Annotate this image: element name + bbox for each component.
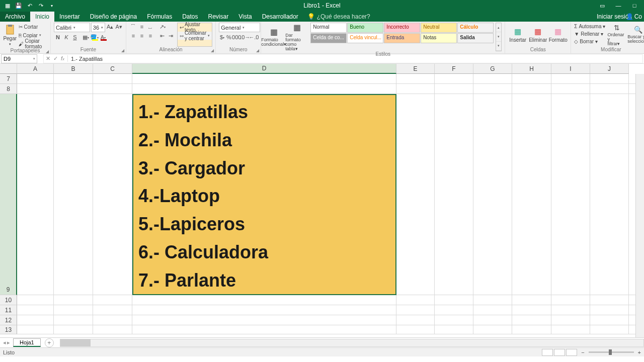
cell[interactable] bbox=[551, 315, 590, 325]
cell[interactable] bbox=[17, 94, 54, 295]
decrease-decimal-button[interactable]: ←.0 bbox=[250, 33, 258, 41]
tab-revisar[interactable]: Revisar bbox=[203, 12, 234, 22]
formula-bar-input[interactable]: 1.- Zapatillas bbox=[71, 56, 103, 62]
page-layout-view-button[interactable] bbox=[554, 349, 565, 356]
italic-button[interactable]: K bbox=[62, 33, 70, 41]
horizontal-scrollbar[interactable] bbox=[60, 339, 644, 347]
cell[interactable] bbox=[473, 295, 512, 305]
cell-d9[interactable]: 1.- Zapatillas 2.- Mochila 3.- Cargador … bbox=[132, 94, 396, 295]
cell[interactable] bbox=[512, 94, 551, 295]
cell[interactable] bbox=[17, 295, 54, 305]
column-header[interactable]: J bbox=[590, 64, 629, 74]
sort-filter-button[interactable]: ⇅Ordenar yfiltrar▾ bbox=[607, 23, 626, 47]
clear-button[interactable]: ◇Borrar▾ bbox=[574, 38, 605, 45]
select-all-button[interactable] bbox=[0, 64, 17, 74]
cell[interactable] bbox=[473, 315, 512, 325]
cell[interactable] bbox=[473, 305, 512, 315]
cell[interactable] bbox=[473, 325, 512, 334]
sheet-tab[interactable]: Hoja1 bbox=[13, 338, 41, 347]
underline-button[interactable]: S bbox=[71, 33, 79, 41]
cell[interactable] bbox=[435, 305, 473, 315]
row-header[interactable]: 10 bbox=[0, 295, 17, 305]
dialog-launcher-icon[interactable]: ◢ bbox=[46, 49, 49, 54]
cell[interactable] bbox=[396, 325, 435, 334]
format-cells-button[interactable]: ▦Formato bbox=[548, 23, 568, 47]
cell[interactable] bbox=[512, 325, 551, 334]
column-header[interactable]: F bbox=[435, 64, 473, 74]
align-right-button[interactable]: ≡ bbox=[146, 32, 154, 40]
tab-inicio[interactable]: Inicio bbox=[30, 12, 54, 22]
tell-me-search[interactable]: 💡 ¿Qué desea hacer? bbox=[303, 12, 374, 22]
align-middle-button[interactable]: ≡ bbox=[138, 23, 146, 31]
cell[interactable] bbox=[551, 295, 590, 305]
merge-center-button[interactable]: ⇿Combinar y centrar▾ bbox=[178, 32, 212, 40]
cell[interactable] bbox=[512, 295, 551, 305]
cell[interactable] bbox=[590, 94, 629, 295]
cell[interactable] bbox=[396, 315, 435, 325]
share-button[interactable]: 👤Co bbox=[626, 12, 642, 22]
conditional-format-button[interactable]: ▦ Formatocondicional▾ bbox=[264, 23, 283, 51]
cell[interactable] bbox=[17, 325, 54, 334]
cell-styles-gallery[interactable]: Normal Bueno Incorrecto Neutral Cálculo … bbox=[310, 23, 494, 51]
cell[interactable] bbox=[590, 325, 629, 334]
cell[interactable] bbox=[54, 305, 93, 315]
cell[interactable] bbox=[590, 295, 629, 305]
align-bottom-button[interactable]: ⎵ bbox=[146, 23, 154, 31]
style-notas[interactable]: Notas bbox=[421, 33, 457, 43]
decrease-indent-button[interactable]: ⇤ bbox=[158, 32, 167, 40]
cell[interactable] bbox=[396, 74, 435, 84]
sheet-nav-prev-icon[interactable]: ◂ bbox=[3, 339, 6, 346]
currency-button[interactable]: $▾ bbox=[219, 33, 225, 41]
increase-indent-button[interactable]: ⇥ bbox=[167, 32, 175, 40]
cell[interactable] bbox=[396, 84, 435, 94]
font-size-select[interactable]: 36▾ bbox=[91, 23, 105, 32]
undo-icon[interactable]: ↶ bbox=[26, 2, 33, 9]
cell[interactable] bbox=[93, 325, 132, 334]
cell[interactable] bbox=[54, 84, 93, 94]
cell[interactable] bbox=[396, 305, 435, 315]
ribbon-options-icon[interactable]: ▭ bbox=[595, 1, 610, 11]
format-as-table-button[interactable]: ▦ Dar formatocomo tabla▾ bbox=[285, 23, 308, 51]
cell[interactable] bbox=[93, 84, 132, 94]
cell[interactable] bbox=[17, 84, 54, 94]
style-salida[interactable]: Salida bbox=[457, 33, 494, 43]
zoom-in-button[interactable]: + bbox=[638, 349, 641, 355]
cut-button[interactable]: ✂Cortar bbox=[19, 23, 47, 31]
cell[interactable] bbox=[132, 305, 396, 315]
cell[interactable] bbox=[435, 315, 473, 325]
column-header[interactable]: D bbox=[132, 64, 396, 74]
delete-cells-button[interactable]: ▦Eliminar bbox=[528, 23, 547, 47]
cell[interactable] bbox=[590, 305, 629, 315]
cell[interactable] bbox=[396, 295, 435, 305]
add-sheet-button[interactable]: + bbox=[45, 338, 54, 347]
cell[interactable] bbox=[93, 315, 132, 325]
dialog-launcher-icon[interactable]: ◢ bbox=[211, 48, 214, 53]
cell[interactable] bbox=[17, 305, 54, 315]
insert-cells-button[interactable]: ▦Insertar bbox=[508, 23, 527, 47]
font-color-button[interactable]: A▾ bbox=[99, 33, 107, 41]
autosum-button[interactable]: ΣAutosuma▾ bbox=[574, 23, 605, 30]
decrease-font-button[interactable]: A▾ bbox=[115, 23, 123, 31]
fill-button[interactable]: ▼Rellenar▾ bbox=[574, 30, 605, 38]
cell[interactable] bbox=[473, 74, 512, 84]
sheet-nav-next-icon[interactable]: ▸ bbox=[7, 339, 10, 346]
tab-formulas[interactable]: Fórmulas bbox=[142, 12, 177, 22]
cell[interactable] bbox=[551, 74, 590, 84]
cell[interactable] bbox=[54, 94, 93, 295]
cell[interactable] bbox=[435, 325, 473, 334]
gallery-scroll[interactable]: ▴▾▾ bbox=[496, 23, 502, 51]
cell[interactable] bbox=[473, 94, 512, 295]
number-format-select[interactable]: General▾ bbox=[219, 23, 260, 32]
column-header[interactable]: H bbox=[512, 64, 551, 74]
normal-view-button[interactable] bbox=[542, 349, 553, 356]
column-header[interactable]: G bbox=[473, 64, 512, 74]
cell[interactable] bbox=[17, 74, 54, 84]
cell[interactable] bbox=[132, 315, 396, 325]
style-neutral[interactable]: Neutral bbox=[421, 23, 457, 33]
cell[interactable] bbox=[512, 305, 551, 315]
style-celda-vinculada[interactable]: Celda vincul... bbox=[347, 33, 383, 43]
fx-icon[interactable]: fx bbox=[61, 55, 64, 62]
cell[interactable] bbox=[93, 94, 132, 295]
style-entrada[interactable]: Entrada bbox=[384, 33, 420, 43]
cell[interactable] bbox=[93, 295, 132, 305]
